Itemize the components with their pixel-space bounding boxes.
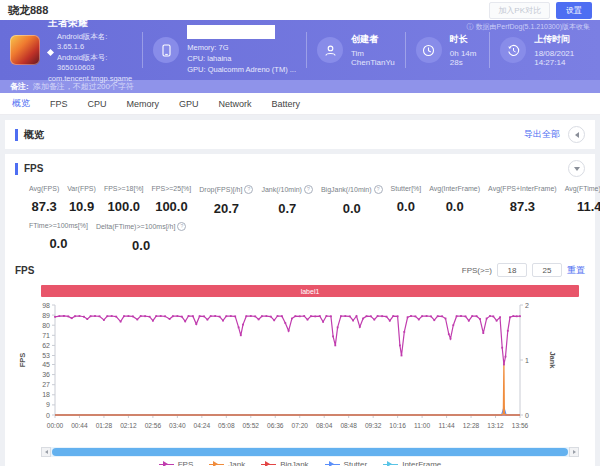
tab-概览[interactable]: 概览 [12, 97, 30, 110]
collapse-left-button[interactable] [568, 126, 585, 143]
threshold-input-2[interactable] [532, 263, 562, 277]
stat-value: 100.0 [104, 199, 144, 214]
fps-section-title: FPS [15, 163, 43, 175]
stat-item: Avg(FPS)87.3 [25, 185, 63, 214]
svg-text:00:00: 00:00 [47, 422, 64, 429]
stat-item: Avg(FPS+InterFrame)87.3 [484, 185, 561, 214]
stat-value: 0.0 [321, 201, 383, 216]
export-all-link[interactable]: 导出全部 [524, 128, 560, 141]
svg-text:62: 62 [42, 342, 50, 349]
threshold-input-1[interactable] [497, 263, 527, 277]
overview-title: 概览 [15, 129, 44, 141]
svg-text:53: 53 [42, 352, 50, 359]
settings-button[interactable]: 设置 [556, 2, 592, 19]
svg-text:0: 0 [46, 412, 50, 419]
svg-text:00:44: 00:44 [71, 422, 88, 429]
stat-label: Avg(FPS) [29, 185, 59, 192]
svg-text:11:44: 11:44 [439, 422, 455, 429]
arrow-right-icon [573, 450, 576, 454]
legend-line-arrow-icon [383, 461, 398, 466]
stat-item: Jank(/10min)?0.7 [257, 185, 316, 216]
legend-label: InterFrame [402, 460, 441, 466]
svg-text:05:52: 05:52 [243, 422, 260, 429]
legend-label: Jank [228, 460, 245, 466]
stat-value: 0.0 [391, 199, 422, 214]
fps-card: FPS Avg(FPS)87.3Var(FPS)10.9FPS>=18[%]10… [5, 154, 595, 466]
stat-value: 20.7 [199, 201, 253, 216]
legend-label: BigJank [280, 460, 308, 466]
scrollbar-left-button[interactable] [41, 447, 51, 457]
chevron-left-icon [575, 132, 579, 138]
svg-text:08:48: 08:48 [340, 422, 357, 429]
app-package: com.tencent.tmgp.sgame [48, 74, 132, 85]
add-to-pk-button[interactable]: 加入PK对比 [489, 2, 550, 19]
stat-label: Avg(InterFrame) [429, 185, 480, 192]
svg-text:11:00: 11:00 [414, 422, 430, 429]
chevron-down-icon [574, 167, 580, 171]
svg-text:13:12: 13:12 [487, 422, 504, 429]
svg-text:12:28: 12:28 [463, 422, 480, 429]
tab-Memory[interactable]: Memory [127, 99, 160, 109]
help-icon[interactable]: ? [244, 185, 253, 194]
divider [489, 32, 490, 68]
stat-label: Avg(FPS+InterFrame) [488, 185, 557, 192]
stat-label: Drop(FPS)[/h]? [199, 185, 253, 194]
divider [405, 32, 406, 68]
scrollbar-thumb[interactable] [52, 448, 568, 456]
legend-line-arrow-icon [159, 461, 174, 466]
svg-text:36: 36 [42, 371, 50, 378]
collapse-down-button[interactable] [568, 160, 585, 177]
metric-tabs: 概览FPSCPUMemoryGPUNetworkBattery [0, 93, 600, 115]
overview-card: 概览 导出全部 [5, 120, 595, 149]
stat-value: 10.9 [67, 199, 96, 214]
tab-Network[interactable]: Network [219, 99, 252, 109]
stat-item: Avg(InterFrame)0.0 [425, 185, 484, 214]
creator-label: 创建者 [351, 33, 395, 46]
stat-item: FPS>=25[%]100.0 [148, 185, 196, 214]
fps-chart[interactable]: 988980716253453627189021000:0000:4401:28… [15, 299, 585, 447]
legend-item-FPS[interactable]: FPS [159, 460, 194, 466]
chart-annotation-bar[interactable]: label1 [41, 285, 579, 297]
svg-text:05:08: 05:08 [218, 422, 235, 429]
stat-label: Var(FPS) [67, 185, 96, 192]
duration-value: 0h 14m 28s [450, 49, 479, 67]
topbar-actions: 加入PK对比 设置 [489, 2, 592, 19]
help-icon[interactable]: ? [374, 185, 383, 194]
svg-text:FPS: FPS [18, 353, 27, 368]
svg-text:13:56: 13:56 [512, 422, 529, 429]
upload-time-label: 上传时间 [534, 33, 590, 46]
upload-time-value: 18/08/2021 14:27:14 [534, 49, 590, 67]
help-icon[interactable]: ? [177, 222, 186, 231]
svg-text:18: 18 [42, 391, 50, 398]
legend-item-BigJank[interactable]: BigJank [261, 460, 308, 466]
tab-GPU[interactable]: GPU [179, 99, 199, 109]
tab-FPS[interactable]: FPS [50, 99, 68, 109]
stat-label: Delta(FTime)>=100ms[/h]? [96, 222, 187, 231]
svg-text:27: 27 [42, 381, 50, 388]
legend-item-InterFrame[interactable]: InterFrame [383, 460, 441, 466]
reset-link[interactable]: 重置 [567, 264, 585, 277]
scrollbar-track[interactable] [51, 447, 569, 457]
svg-text:2: 2 [525, 302, 529, 309]
stat-value: 0.0 [29, 236, 88, 251]
legend-item-Stutter[interactable]: Stutter [325, 460, 368, 466]
tab-CPU[interactable]: CPU [88, 99, 107, 109]
device-cpu: CPU: lahaina [187, 53, 296, 64]
legend-line-arrow-icon [209, 461, 224, 466]
stat-label: Avg(FTime)[ms] [565, 185, 600, 192]
svg-text:08:04: 08:04 [316, 422, 333, 429]
fps-stats-row-1: Avg(FPS)87.3Var(FPS)10.9FPS>=18[%]100.0F… [15, 177, 585, 216]
session-header: ⓘ 数据由PerfDog(5.1.210300)版本收集 王者荣耀 Androi… [0, 20, 600, 80]
chart-legend: FPSJankBigJankStutterInterFrame [15, 460, 585, 466]
help-icon[interactable]: ? [304, 185, 313, 194]
svg-text:09:32: 09:32 [365, 422, 382, 429]
fps-stats-row-2: FTime>=100ms[%]0.0Delta(FTime)>=100ms[/h… [15, 216, 585, 253]
info-icon: ⓘ [467, 22, 474, 32]
tab-Battery[interactable]: Battery [272, 99, 301, 109]
fps-threshold-controls: FPS(>=) 重置 [462, 263, 585, 277]
scrollbar-right-button[interactable] [569, 447, 579, 457]
clock-icon [416, 37, 442, 63]
legend-label: Stutter [344, 460, 368, 466]
legend-item-Jank[interactable]: Jank [209, 460, 245, 466]
game-app-icon [10, 35, 40, 65]
